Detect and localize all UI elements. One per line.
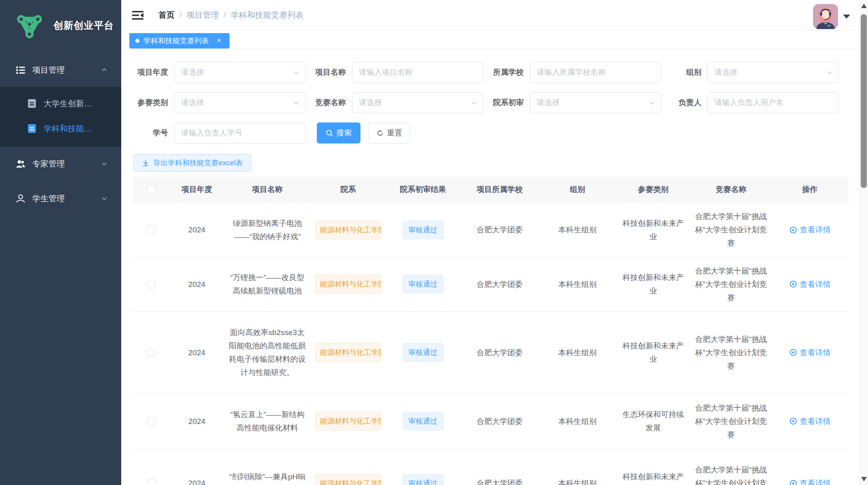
view-detail-link[interactable]: 查看详情: [789, 278, 831, 291]
cell-competition: 合肥大学第十届“挑战杯”大学生创业计划竞赛: [691, 259, 771, 310]
cell-year: 2024: [170, 409, 224, 434]
col-header-name: 项目名称: [224, 176, 311, 202]
breadcrumb: 首页 / 项目管理 / 学科和技能竞赛列表: [158, 10, 303, 21]
chevron-down-icon: [293, 70, 299, 76]
cell-school: 合肥大学团委: [460, 409, 539, 434]
sidebar-item-student-management[interactable]: 学生管理: [0, 187, 121, 210]
cell-name: “万锂挑一”——改良型高续航新型锂硫电池: [224, 265, 311, 303]
scrollbar-thumb[interactable]: [861, 14, 867, 188]
document-icon: [27, 98, 37, 109]
col-header-actions: 操作: [771, 176, 848, 202]
leader-input[interactable]: 请输入负责人用户名: [708, 92, 839, 113]
page-scrollbar[interactable]: [859, 0, 868, 485]
col-header-group: 组别: [539, 176, 616, 202]
cell-group: 本科生组别: [539, 340, 616, 365]
breadcrumb-home[interactable]: 首页: [158, 10, 175, 21]
sidebar-item-expert-management[interactable]: 专家管理: [0, 152, 121, 175]
scrollbar-down-arrow-icon[interactable]: [861, 477, 867, 481]
table-row: 2024 面向高效率sb2sse3太阳能电池的高性能低损耗电子传输层材料的设计与…: [133, 312, 849, 394]
student-id-input[interactable]: 请输入负责人学号: [174, 122, 305, 143]
cell-name: “剂到病除”—兼具pH响应和光热治: [224, 464, 311, 485]
export-excel-button[interactable]: 导出学科和技能竞赛excel表: [133, 154, 251, 172]
table-header-row: 项目年度 项目名称 院系 院系初审结果 项目所属学校 组别 参赛类别 竞赛名称 …: [133, 176, 849, 203]
col-header-dept: 院系: [311, 176, 386, 202]
cell-school: 合肥大学团委: [460, 340, 539, 365]
table-row: 2024 绿源新型钠离子电池——“我的钠手好戏” 能源材料与化工学院 审核通过 …: [133, 203, 849, 257]
sidebar-item-subject-skill-competition[interactable]: 学科和技能…: [0, 116, 121, 141]
view-icon: [789, 479, 797, 485]
select-all-checkbox[interactable]: [147, 185, 156, 194]
sidebar-submenu: 大学生创新… 学科和技能…: [0, 87, 121, 147]
reset-button[interactable]: 重置: [368, 122, 410, 143]
dept-review-select[interactable]: 请选择: [530, 92, 661, 113]
review-status-badge: 审核通过: [402, 474, 444, 485]
cell-category: 科技创新和未来产业: [616, 265, 691, 303]
competition-name-select[interactable]: 请选择: [352, 92, 483, 113]
cell-group: 本科生组别: [539, 409, 616, 434]
cell-category: 科技创新和未来产业: [616, 333, 691, 371]
avatar-image: [813, 4, 838, 29]
scrollbar-up-arrow-icon[interactable]: [861, 4, 867, 8]
users-icon: [15, 158, 26, 169]
sidebar-item-project-management[interactable]: 项目管理: [0, 59, 121, 81]
col-header-competition: 竞赛名称: [691, 176, 771, 202]
review-status-badge: 审核通过: [402, 221, 444, 239]
search-button[interactable]: 搜索: [317, 122, 360, 143]
cell-group: 本科生组别: [539, 272, 616, 297]
filter-label-project-name: 项目名称: [311, 67, 346, 78]
project-year-select[interactable]: 请选择: [174, 62, 305, 83]
user-icon: [15, 193, 26, 204]
filter-label-project-year: 项目年度: [133, 67, 168, 78]
chevron-up-icon: [101, 67, 107, 73]
sidebar-subitem-label: 大学生创新…: [44, 98, 92, 109]
filter-label-school: 所属学校: [489, 67, 524, 78]
chevron-down-icon: [649, 100, 655, 106]
sidebar-item-student-innovation[interactable]: 大学生创新…: [0, 91, 121, 116]
view-detail-link[interactable]: 查看详情: [789, 477, 831, 485]
row-checkbox[interactable]: [147, 280, 156, 289]
cell-name: “氢云直上”——新结构高性能电催化材料: [224, 402, 311, 440]
col-header-school: 项目所属学校: [460, 176, 539, 202]
filter-label-leader: 负责人: [667, 97, 702, 108]
project-name-input[interactable]: 请输入项目名称: [352, 62, 483, 83]
tags-view-bar: 学科和技能竞赛列表 ×: [121, 31, 859, 49]
filter-label-entry-category: 参赛类别: [133, 97, 168, 108]
search-icon: [326, 129, 333, 137]
view-detail-link[interactable]: 查看详情: [789, 346, 831, 359]
entry-category-select[interactable]: 请选择: [174, 92, 305, 113]
dept-badge: 能源材料与化工学院: [315, 220, 381, 240]
col-header-review: 院系初审结果: [386, 176, 460, 202]
collapse-sidebar-icon[interactable]: [132, 10, 144, 21]
breadcrumb-separator: /: [224, 11, 226, 20]
cell-school: 合肥大学团委: [460, 217, 539, 242]
view-detail-link[interactable]: 查看详情: [789, 415, 831, 428]
breadcrumb-current-page: 学科和技能竞赛列表: [231, 10, 303, 21]
sidebar-item-label: 学生管理: [32, 193, 65, 204]
cell-name: 面向高效率sb2sse3太阳能电池的高性能低损耗电子传输层材料的设计与性能研究。: [224, 320, 311, 385]
app-logo-row: 创新创业平台: [0, 0, 121, 51]
row-checkbox[interactable]: [147, 417, 156, 426]
app-title: 创新创业平台: [53, 19, 114, 32]
sidebar: 创新创业平台 项目管理 大学生创新… 学科和技能…: [0, 0, 121, 485]
cell-competition: 合肥大学第十届“挑战杯”大学生创业计划竞赛: [691, 458, 771, 485]
sidebar-item-label: 专家管理: [32, 158, 65, 169]
avatar[interactable]: [813, 4, 838, 29]
filter-label-competition-name: 竞赛名称: [311, 97, 346, 108]
refresh-icon: [376, 129, 384, 137]
school-input[interactable]: 请输入所属学校名称: [530, 62, 661, 83]
avatar-dropdown-caret-icon[interactable]: [843, 15, 850, 19]
tab-subject-skill-competition-list[interactable]: 学科和技能竞赛列表 ×: [129, 33, 230, 48]
view-detail-link[interactable]: 查看详情: [789, 223, 831, 236]
row-checkbox[interactable]: [147, 479, 156, 485]
breadcrumb-project-management[interactable]: 项目管理: [187, 10, 219, 21]
filter-label-dept-review: 院系初审: [489, 97, 524, 108]
cell-group: 本科生组别: [539, 217, 616, 242]
row-checkbox[interactable]: [147, 348, 156, 357]
cell-competition: 合肥大学第十届“挑战杯”大学生创业计划竞赛: [691, 327, 771, 378]
dept-badge: 能源材料与化工学院: [315, 411, 381, 431]
tab-close-icon[interactable]: ×: [215, 36, 223, 45]
competition-table: 项目年度 项目名称 院系 院系初审结果 项目所属学校 组别 参赛类别 竞赛名称 …: [133, 176, 849, 485]
group-select[interactable]: 请选择: [708, 62, 839, 83]
download-icon: [142, 159, 150, 167]
row-checkbox[interactable]: [147, 226, 156, 234]
